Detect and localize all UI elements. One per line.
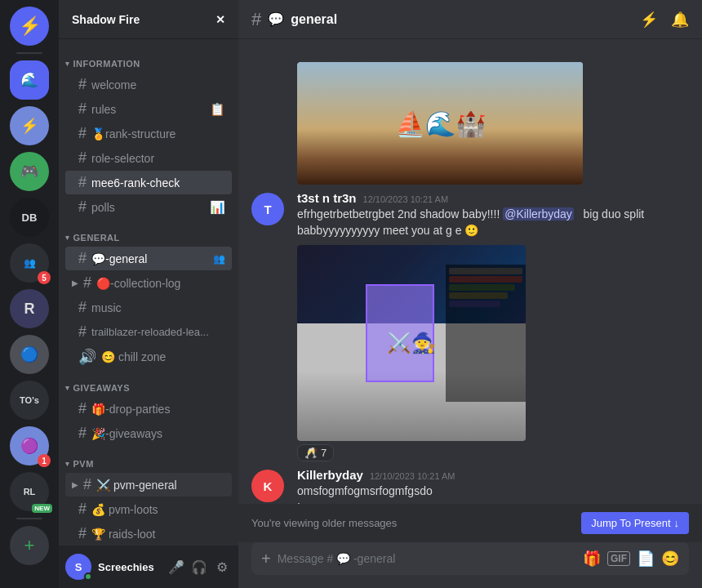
server-dropdown-icon: ✕	[215, 13, 225, 26]
server-icon-db[interactable]: DB	[10, 198, 49, 237]
msg-content-killerbyday: Killerbyday 12/10/2023 10:21 AM omsfogmf…	[297, 468, 689, 504]
channel-hash: #	[251, 9, 261, 30]
message-input-area: + 🎁 GIF 📄 😊	[238, 542, 702, 588]
hash-icon: #	[78, 299, 87, 316]
channel-name: 🏅rank-structure	[91, 127, 225, 140]
channel-name: 💰 pvm-loots	[91, 503, 225, 516]
category-pvm[interactable]: ▾ PVM	[59, 446, 238, 472]
channel-name: ⚔️ pvm-general	[96, 479, 225, 492]
reaction-toast[interactable]: 🥂 7	[297, 444, 334, 461]
server-header[interactable]: Shadow Fire ✕	[59, 0, 238, 39]
status-dot	[84, 572, 92, 581]
message-group-image: ⛵🌊🏰	[238, 54, 702, 186]
channel-role-selector[interactable]: # role-selector	[65, 146, 232, 170]
hash-icon: #	[78, 501, 87, 518]
server-icon-purple[interactable]: 🟣 1	[10, 426, 49, 466]
mic-button[interactable]: 🎤	[167, 557, 186, 577]
channel-drop-parties[interactable]: # 🎁-drop-parties	[65, 397, 232, 421]
expand-arrow: ▶	[72, 480, 78, 489]
channel-name: 🎉-giveaways	[91, 427, 225, 440]
hash-icon: #	[78, 198, 87, 216]
channel-chill-zone[interactable]: 🔊 😊 chill zone	[65, 345, 232, 369]
category-information[interactable]: ▾ INFORMATION	[59, 46, 238, 72]
discord-home-button[interactable]: ⚡	[10, 7, 49, 46]
category-label-information: INFORMATION	[73, 59, 140, 69]
message-input[interactable]	[278, 542, 576, 575]
category-general[interactable]: ▾ GENERAL	[59, 220, 238, 246]
user-controls: 🎤 🎧 ⚙	[167, 557, 232, 577]
hash-icon: #	[78, 425, 87, 442]
older-messages-banner: You're viewing older messages Jump To Pr…	[238, 504, 702, 542]
hash-icon: #	[78, 400, 87, 417]
hash-icon: #	[78, 323, 87, 341]
channel-rules[interactable]: # rules 📋	[65, 97, 232, 121]
channel-pvm-loots[interactable]: # 💰 pvm-loots	[65, 497, 232, 521]
hash-icon: #	[78, 100, 87, 118]
msg-header-t3st-1: t3st n tr3n 12/10/2023 10:21 AM	[297, 191, 689, 205]
channel-collection-log[interactable]: ▶ # 🔴-collection-log	[65, 271, 232, 295]
channel-raids-loot[interactable]: # 🏆 raids-loot	[65, 522, 232, 546]
avatar-t3st: T	[251, 193, 284, 225]
headset-button[interactable]: 🎧	[189, 557, 209, 577]
hash-icon: #	[78, 250, 87, 267]
avatar-killerbyday: K	[251, 470, 284, 502]
server-icon-5[interactable]: 👥 5	[10, 243, 49, 283]
msg-content-t3st-1: t3st n tr3n 12/10/2023 10:21 AM efrhgetr…	[297, 191, 689, 461]
game-image: ⚔️🧙	[297, 245, 624, 441]
server-icon-rl[interactable]: RL NEW	[10, 472, 49, 511]
channel-music[interactable]: # music	[65, 296, 232, 319]
avatar-placeholder	[251, 56, 284, 185]
category-label-giveaways: GIVEAWAYS	[73, 383, 131, 393]
settings-button[interactable]: ⚙	[212, 557, 232, 577]
sticker-icon[interactable]: 📄	[637, 550, 655, 568]
main-chat: # 💬 general ⚡ 🔔 ⛵🌊🏰 T	[238, 0, 702, 588]
category-label-general: GENERAL	[73, 233, 120, 243]
channel-giveaways[interactable]: # 🎉-giveaways	[65, 421, 232, 445]
msg-author-t3st[interactable]: t3st n tr3n	[297, 191, 357, 205]
hash-icon: #	[78, 525, 87, 542]
server-icon-3[interactable]: 🎮	[10, 152, 49, 191]
game-image-placeholder: ⚔️🧙	[297, 245, 526, 441]
msg-content-image: ⛵🌊🏰	[297, 56, 689, 185]
channel-welcome[interactable]: # welcome	[65, 73, 232, 96]
add-button[interactable]: +	[261, 550, 271, 568]
threads-icon[interactable]: ⚡	[640, 11, 658, 29]
ui-bar-4	[449, 292, 508, 299]
msg-author-killerbyday[interactable]: Killerbyday	[297, 468, 363, 482]
message-group-killerbyday: K Killerbyday 12/10/2023 10:21 AM omsfog…	[238, 466, 702, 504]
jump-to-present-button[interactable]: Jump To Present ↓	[581, 512, 689, 534]
channel-pvm-general[interactable]: ▶ # ⚔️ pvm-general	[65, 473, 232, 497]
jump-icon: ↓	[674, 517, 680, 529]
channel-trailblazer[interactable]: # trailblazer-reloaded-lea...	[65, 320, 232, 344]
message-group-t3st-1: T t3st n tr3n 12/10/2023 10:21 AM efrhge…	[238, 189, 702, 463]
channel-name: polls	[91, 201, 205, 214]
category-giveaways[interactable]: ▾ GIVEAWAYS	[59, 370, 238, 396]
gif-icon[interactable]: GIF	[607, 551, 630, 566]
input-icons: 🎁 GIF 📄 😊	[583, 550, 679, 568]
channel-mee6-rank-check[interactable]: # mee6-rank-check	[65, 171, 232, 194]
channel-name: trailblazer-reloaded-lea...	[91, 326, 225, 338]
mention-killerbyday[interactable]: @Killerbyday	[503, 207, 574, 220]
add-server-button[interactable]: +	[10, 526, 49, 565]
server-divider	[16, 52, 42, 54]
server-icon-2[interactable]: ⚡	[10, 106, 49, 145]
server-icon-shadow-fire[interactable]: 🌊	[10, 60, 49, 100]
emoji-icon[interactable]: 😊	[661, 550, 679, 568]
reaction-count: 7	[321, 447, 327, 459]
message-input-box: + 🎁 GIF 📄 😊	[251, 542, 689, 575]
server-icon-blue[interactable]: 🔵	[10, 335, 49, 374]
channel-polls[interactable]: # polls 📊	[65, 195, 232, 219]
server-icon-r[interactable]: R	[10, 289, 49, 328]
gift-icon[interactable]: 🎁	[583, 550, 601, 568]
notification-bell-icon[interactable]: 🔔	[671, 11, 689, 29]
channel-general[interactable]: # 💬-general 👥	[65, 247, 232, 270]
category-arrow-giveaways: ▾	[65, 384, 70, 392]
server-icon-to[interactable]: TO's	[10, 381, 49, 420]
jump-button-label: Jump To Present	[591, 517, 670, 529]
msg-header-killerbyday: Killerbyday 12/10/2023 10:21 AM	[297, 468, 689, 482]
channel-rank-structure[interactable]: # 🏅rank-structure	[65, 122, 232, 145]
channel-name: music	[91, 301, 225, 314]
ui-bar-3	[449, 284, 515, 291]
messages-area: ⛵🌊🏰 T t3st n tr3n 12/10/2023 10:21 AM ef…	[238, 39, 702, 504]
ui-bar-2	[449, 276, 522, 283]
